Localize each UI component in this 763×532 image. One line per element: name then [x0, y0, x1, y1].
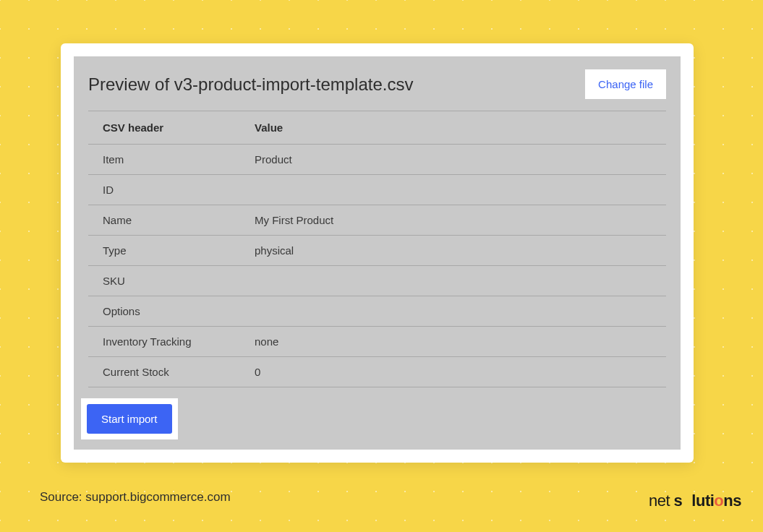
row-key: Options — [103, 305, 255, 317]
logo-part: s — [674, 492, 683, 510]
logo-part: s — [733, 492, 741, 510]
table-row: ID — [88, 175, 666, 205]
logo-part: o — [682, 492, 691, 510]
start-import-button[interactable]: Start import — [87, 404, 172, 434]
row-value: none — [255, 335, 278, 348]
column-header-csv: CSV header — [103, 121, 255, 134]
row-key: Inventory Tracking — [103, 335, 255, 348]
screenshot-card: Preview of v3-product-import-template.cs… — [61, 43, 694, 463]
logo-part: u — [696, 492, 705, 510]
row-value: Product — [255, 153, 292, 166]
source-attribution: Source: support.bigcommerce.com — [40, 490, 231, 505]
start-import-highlight: Start import — [81, 398, 178, 439]
table-row: Inventory Tracking none — [88, 327, 666, 357]
table-row: Options — [88, 296, 666, 327]
row-key: Name — [103, 214, 255, 226]
row-key: Item — [103, 153, 255, 166]
column-header-value: Value — [255, 121, 283, 134]
logo-part: t — [705, 492, 710, 510]
row-key: SKU — [103, 275, 255, 287]
logo-part: o — [714, 492, 723, 510]
panel-header: Preview of v3-product-import-template.cs… — [88, 69, 666, 111]
table-row: Type physical — [88, 236, 666, 266]
table-row: Current Stock 0 — [88, 357, 666, 387]
row-value: physical — [255, 244, 294, 257]
panel-title: Preview of v3-product-import-template.cs… — [88, 74, 413, 95]
change-file-button[interactable]: Change file — [585, 69, 666, 99]
row-value: 0 — [255, 366, 260, 378]
row-key: Type — [103, 244, 255, 257]
table-row: Name My First Product — [88, 205, 666, 236]
logo-part: net — [649, 492, 674, 510]
table-header-row: CSV header Value — [88, 111, 666, 145]
logo-part: n — [723, 492, 733, 510]
table-row: SKU — [88, 266, 666, 296]
row-value: My First Product — [255, 214, 333, 226]
import-preview-panel: Preview of v3-product-import-template.cs… — [74, 56, 681, 450]
row-key: Current Stock — [103, 366, 255, 378]
table-row: Item Product — [88, 145, 666, 175]
row-key: ID — [103, 184, 255, 196]
netsolutions-logo: net solutions — [649, 492, 741, 510]
preview-table: CSV header Value Item Product ID Name My… — [88, 111, 666, 387]
